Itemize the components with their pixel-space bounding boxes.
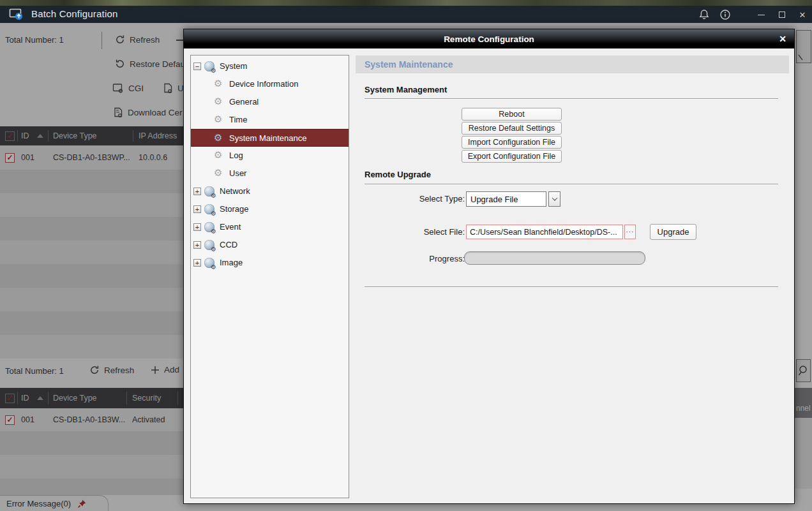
maximize-button[interactable] xyxy=(775,8,789,22)
category-globe-icon: ⚙ xyxy=(204,204,214,214)
minimize-button[interactable] xyxy=(754,8,768,22)
chevron-down-icon xyxy=(552,195,557,200)
tree-item-user[interactable]: ⚙ User xyxy=(191,165,349,182)
gear-icon: ⚙ xyxy=(214,149,222,161)
select-dropdown-button[interactable] xyxy=(548,191,560,207)
export-configuration-file-button[interactable]: Export Configuration File xyxy=(462,150,562,163)
tree-item-label: Storage xyxy=(220,204,249,214)
collapse-icon[interactable]: − xyxy=(193,63,201,70)
tree-item-label: User xyxy=(229,168,246,178)
expand-icon[interactable]: + xyxy=(193,205,201,213)
category-globe-icon: ⚙ xyxy=(204,240,214,250)
tree-item-ccd[interactable]: + ⚙ CCD xyxy=(191,236,349,254)
system-management-heading: System Management xyxy=(365,85,447,94)
notification-bell-icon[interactable] xyxy=(697,8,711,22)
screen: Batch Configuration ✕ Total Number: 1 Re… xyxy=(0,0,812,511)
expand-icon[interactable]: + xyxy=(193,188,201,195)
remote-upgrade-heading: Remote Upgrade xyxy=(365,170,431,179)
gear-icon: ⚙ xyxy=(214,78,222,89)
tree-item-label: Image xyxy=(220,258,243,267)
dialog-title: Remote Configuration xyxy=(184,29,794,48)
expand-icon[interactable]: + xyxy=(193,259,201,267)
gear-icon: ⚙ xyxy=(214,114,222,125)
browse-file-button[interactable]: ··· xyxy=(624,225,636,239)
expand-icon[interactable]: + xyxy=(193,223,201,231)
gear-icon: ⚙ xyxy=(214,96,222,107)
dialog-close-button[interactable]: ✕ xyxy=(776,33,789,45)
page-title: System Maintenance xyxy=(356,56,789,73)
divider xyxy=(365,98,778,100)
tree-item-general[interactable]: ⚙ General xyxy=(191,93,349,111)
upgrade-file-path-input[interactable]: C:/Users/Sean Blanchfield/Desktop/DS-... xyxy=(466,225,623,239)
tree-item-label: System Maintenance xyxy=(229,133,306,143)
select-file-label: Select File: xyxy=(365,227,465,237)
progress-label: Progress: xyxy=(365,254,465,263)
tree-item-device-information[interactable]: ⚙ Device Information xyxy=(191,75,349,93)
expand-icon[interactable]: + xyxy=(193,241,201,249)
tree-item-storage[interactable]: + ⚙ Storage xyxy=(191,200,349,218)
upgrade-type-select[interactable]: Upgrade File xyxy=(466,191,546,207)
tree-item-time[interactable]: ⚙ Time xyxy=(191,111,349,129)
dialog-titlebar: Remote Configuration ✕ xyxy=(184,29,794,48)
gear-icon: ⚙ xyxy=(214,132,222,144)
window-title: Batch Configuration xyxy=(31,8,118,19)
titlebar: Batch Configuration ✕ xyxy=(0,6,812,23)
close-button[interactable]: ✕ xyxy=(795,8,809,22)
tree-item-label: Event xyxy=(220,222,241,232)
tree-item-event[interactable]: + ⚙ Event xyxy=(191,218,349,236)
restore-default-settings-button[interactable]: Restore Default Settings xyxy=(462,122,562,135)
reboot-button[interactable]: Reboot xyxy=(462,108,562,121)
tree-item-label: Log xyxy=(229,151,243,160)
tree-item-label: Network xyxy=(220,186,250,196)
divider xyxy=(365,286,778,288)
info-icon[interactable] xyxy=(718,8,732,22)
tree-item-label: Time xyxy=(229,115,247,124)
category-globe-icon: ⚙ xyxy=(204,61,214,71)
tree-item-label: CCD xyxy=(220,240,237,249)
upgrade-button[interactable]: Upgrade xyxy=(650,224,696,240)
app-icon xyxy=(9,8,23,20)
category-globe-icon: ⚙ xyxy=(204,258,214,268)
category-globe-icon: ⚙ xyxy=(204,186,214,196)
divider xyxy=(365,184,778,185)
category-globe-icon: ⚙ xyxy=(204,222,214,232)
select-type-label: Select Type: xyxy=(365,194,465,204)
tree-item-label: Device Information xyxy=(229,79,298,89)
gear-icon: ⚙ xyxy=(214,167,222,179)
desktop-background xyxy=(0,0,812,6)
import-configuration-file-button[interactable]: Import Configuration File xyxy=(462,136,562,149)
upgrade-progress-bar xyxy=(464,251,645,265)
tree-item-network[interactable]: + ⚙ Network xyxy=(191,182,349,200)
tree-item-label: General xyxy=(229,97,259,107)
remote-config-dialog: Remote Configuration ✕ − ⚙ System ⚙ Devi… xyxy=(183,29,795,504)
tree-item-image[interactable]: + ⚙ Image xyxy=(191,254,349,272)
tree-item-system[interactable]: − ⚙ System xyxy=(191,57,349,75)
tree-item-label: System xyxy=(220,61,247,71)
tree-item-system-maintenance[interactable]: ⚙ System Maintenance xyxy=(191,129,349,147)
tree-item-log[interactable]: ⚙ Log xyxy=(191,147,349,165)
config-tree: − ⚙ System ⚙ Device Information ⚙ Genera… xyxy=(190,55,349,498)
